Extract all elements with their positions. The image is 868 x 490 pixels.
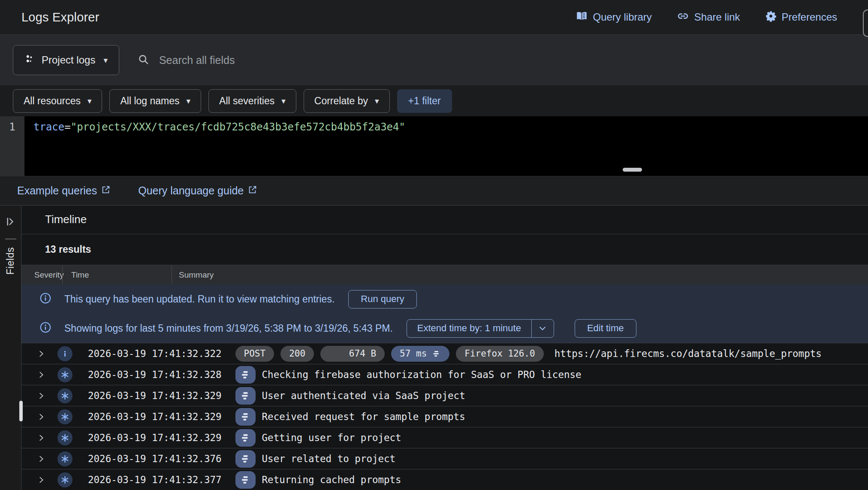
log-timestamp: 2026-03-19 17:41:32.329 bbox=[88, 411, 222, 422]
results-area: Fields Timeline 13 results Severity Time… bbox=[0, 205, 868, 490]
language-guide-label: Query language guide bbox=[138, 185, 244, 197]
run-query-button[interactable]: Run query bbox=[348, 290, 417, 309]
extend-time-caret[interactable] bbox=[531, 320, 554, 337]
log-timestamp: 2026-03-19 17:41:32.376 bbox=[88, 453, 222, 464]
rail-divider bbox=[5, 239, 16, 239]
query-code-line[interactable]: trace="projects/XXX/traces/fcdb725c8e43b… bbox=[24, 116, 405, 176]
example-queries-link[interactable]: Example queries bbox=[17, 185, 111, 197]
timeline-section-header: Timeline bbox=[21, 206, 868, 234]
trace-span-icon bbox=[235, 471, 256, 489]
search-input[interactable] bbox=[159, 54, 674, 67]
log-row[interactable]: 2026-03-19 17:41:32.322POST200674 B57 ms… bbox=[21, 343, 868, 364]
response-size-chip: 674 B bbox=[320, 346, 385, 362]
info-icon bbox=[39, 321, 51, 335]
search-bar: Project logs ▾ bbox=[0, 35, 868, 85]
query-value: "projects/XXX/traces/fcdb725c8e43b3efe57… bbox=[71, 121, 405, 133]
search-field bbox=[137, 53, 855, 67]
trace-span-icon bbox=[235, 366, 256, 384]
log-summary-cell: Checking firebase authorization for SaaS… bbox=[235, 366, 582, 384]
link-icon bbox=[677, 10, 689, 25]
log-row[interactable]: 2026-03-19 17:41:32.329Received request … bbox=[21, 406, 868, 427]
edit-time-button[interactable]: Edit time bbox=[575, 319, 636, 338]
doc-links-bar: Example queries Query language guide bbox=[0, 176, 868, 205]
extra-filter-chip[interactable]: +1 filter bbox=[397, 89, 452, 113]
trace-span-icon bbox=[235, 450, 256, 468]
expand-chevron-icon[interactable] bbox=[38, 413, 46, 420]
query-library-label: Query library bbox=[593, 11, 651, 23]
log-timestamp: 2026-03-19 17:41:32.328 bbox=[88, 369, 222, 380]
results-count: 13 results bbox=[21, 234, 868, 265]
chevron-down-icon: ▾ bbox=[103, 55, 108, 65]
filter-label: All resources bbox=[24, 95, 81, 107]
log-summary-cell: POST200674 B57 msFirefox 126.0https://ap… bbox=[235, 346, 822, 362]
editor-resize-handle[interactable] bbox=[623, 168, 642, 172]
query-language-guide-link[interactable]: Query language guide bbox=[138, 185, 257, 197]
query-library-button[interactable]: Query library bbox=[576, 10, 651, 24]
log-timestamp: 2026-03-19 17:41:32.329 bbox=[88, 390, 222, 401]
fields-side-rail: Fields bbox=[0, 206, 21, 490]
info-icon bbox=[39, 292, 51, 306]
expand-chevron-icon[interactable] bbox=[38, 476, 46, 484]
filter-all-severities[interactable]: All severities ▾ bbox=[208, 89, 296, 113]
log-scope-dropdown[interactable]: Project logs ▾ bbox=[13, 45, 119, 75]
app-header: Logs Explorer Query library Share link P… bbox=[0, 0, 868, 35]
expand-chevron-icon[interactable] bbox=[38, 371, 46, 378]
query-updated-text: This query has been updated. Run it to v… bbox=[64, 293, 335, 305]
column-time[interactable]: Time bbox=[62, 265, 172, 285]
filter-bar: All resources ▾ All log names ▾ All seve… bbox=[0, 85, 868, 116]
query-editor[interactable]: 1 trace="projects/XXX/traces/fcdb725c8e4… bbox=[0, 116, 868, 176]
log-summary-cell: User authenticated via SaaS project bbox=[235, 387, 465, 405]
log-row[interactable]: 2026-03-19 17:41:32.328Checking firebase… bbox=[21, 364, 868, 385]
query-operator: = bbox=[64, 121, 70, 133]
severity-default-icon bbox=[57, 367, 72, 382]
log-summary: User related to project bbox=[262, 453, 396, 464]
log-summary-cell: Returning cached prompts bbox=[235, 471, 401, 489]
log-timestamp: 2026-03-19 17:41:32.322 bbox=[88, 348, 222, 359]
trace-span-icon bbox=[235, 408, 256, 426]
log-scope-label: Project logs bbox=[42, 54, 95, 66]
example-queries-label: Example queries bbox=[17, 185, 97, 197]
results-table-header: Severity Time Summary bbox=[21, 265, 868, 285]
filter-label: Correlate by bbox=[314, 95, 368, 107]
editor-line-number: 1 bbox=[0, 116, 24, 176]
fields-panel-tab[interactable]: Fields bbox=[5, 247, 16, 275]
filter-label: All severities bbox=[219, 95, 274, 107]
extend-time-button[interactable]: Extend time by: 1 minute bbox=[407, 320, 531, 337]
external-link-icon bbox=[248, 185, 257, 197]
log-summary: User authenticated via SaaS project bbox=[262, 390, 465, 401]
request-url: https://api.firecms.co/datatalk/sample_p… bbox=[555, 348, 822, 359]
severity-default-icon bbox=[57, 430, 72, 445]
expand-panel-icon[interactable] bbox=[5, 216, 16, 229]
column-severity[interactable]: Severity bbox=[21, 265, 62, 285]
log-summary-cell: Received request for sample prompts bbox=[235, 408, 465, 426]
preferences-button[interactable]: Preferences bbox=[765, 10, 837, 24]
latency-chip: 57 ms bbox=[391, 346, 449, 362]
expand-chevron-icon[interactable] bbox=[38, 455, 46, 463]
expand-chevron-icon[interactable] bbox=[38, 434, 46, 442]
filter-all-log-names[interactable]: All log names ▾ bbox=[109, 89, 201, 113]
share-link-label: Share link bbox=[694, 11, 740, 23]
log-timestamp: 2026-03-19 17:41:32.377 bbox=[88, 474, 222, 485]
chevron-down-icon: ▾ bbox=[281, 96, 286, 106]
expand-chevron-icon[interactable] bbox=[38, 350, 46, 357]
log-summary-cell: Getting user for project bbox=[235, 429, 401, 447]
filter-all-resources[interactable]: All resources ▾ bbox=[13, 89, 102, 113]
results-content: Timeline 13 results Severity Time Summar… bbox=[21, 206, 868, 490]
trace-span-icon bbox=[235, 429, 256, 447]
results-scrollbar-thumb[interactable] bbox=[19, 401, 23, 421]
vertical-scrollbar[interactable] bbox=[863, 9, 868, 37]
filter-label: All log names bbox=[120, 95, 179, 107]
filter-correlate-by[interactable]: Correlate by ▾ bbox=[304, 89, 390, 113]
column-summary[interactable]: Summary bbox=[172, 265, 868, 285]
log-row[interactable]: 2026-03-19 17:41:32.376User related to p… bbox=[21, 448, 868, 469]
share-link-button[interactable]: Share link bbox=[677, 10, 740, 25]
log-row[interactable]: 2026-03-19 17:41:32.329User authenticate… bbox=[21, 385, 868, 406]
severity-default-icon bbox=[57, 388, 72, 403]
log-row[interactable]: 2026-03-19 17:41:32.377Returning cached … bbox=[21, 469, 868, 490]
log-row[interactable]: 2026-03-19 17:41:32.329Getting user for … bbox=[21, 427, 868, 448]
expand-chevron-icon[interactable] bbox=[38, 392, 46, 399]
log-timestamp: 2026-03-19 17:41:32.329 bbox=[88, 432, 222, 443]
severity-default-icon bbox=[57, 451, 72, 466]
time-range-text: Showing logs for last 5 minutes from 3/1… bbox=[64, 323, 393, 334]
logs-scope-icon bbox=[24, 54, 35, 67]
